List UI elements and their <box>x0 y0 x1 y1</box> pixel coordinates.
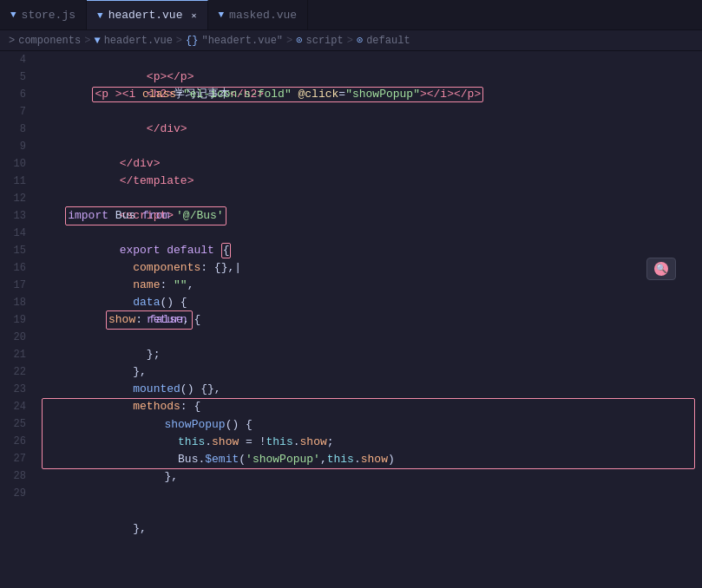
tab-headert-icon: ▼ <box>97 10 103 21</box>
ln-14: 14 <box>5 225 26 242</box>
code-line-14: export default { <box>38 225 702 242</box>
bc-components[interactable]: components <box>18 35 81 47</box>
line-numbers: 4 5 6 7 8 9 10 11 12 13 14 15 16 17 18 1… <box>0 51 35 586</box>
tab-store[interactable]: ▼ store.js <box>0 0 87 29</box>
ln-28: 28 <box>5 467 26 485</box>
ln-7: 7 <box>5 103 26 121</box>
ln-27: 27 <box>5 450 26 467</box>
bc-default[interactable]: default <box>366 35 410 47</box>
ln-24: 24 <box>5 398 26 415</box>
bc-headert-str[interactable]: "headert.vue" <box>201 35 283 47</box>
bc-headert[interactable]: headert.vue <box>104 35 173 47</box>
bc-braces-icon: {} <box>186 35 198 47</box>
code-line-28: }, <box>38 503 702 520</box>
code-line-9: </div> <box>38 138 702 155</box>
code-area[interactable]: <p></p> <h2>学习记事本</h2> <p ><i class="el-… <box>35 51 702 538</box>
ln-12: 12 <box>5 190 26 207</box>
ln-19: 19 <box>5 311 26 329</box>
search-widget: 🔍 <box>646 258 676 280</box>
ln-11: 11 <box>5 173 26 190</box>
breadcrumb: > components > ▼ headert.vue > {} "heade… <box>0 30 702 51</box>
tab-masked-icon: ▼ <box>219 10 225 20</box>
ln-20: 20 <box>5 329 26 346</box>
bc-sep4: > <box>347 35 353 47</box>
code-line-6: <p ><i class="el-icon-s-fold" @click="sh… <box>38 86 702 103</box>
bc-sep1: > <box>84 35 90 47</box>
code-line-12: <script> <box>38 190 702 207</box>
ln-26: 26 <box>5 433 26 450</box>
bc-headert-icon: ▼ <box>94 35 100 47</box>
code-line-4: <p></p> <box>38 51 702 69</box>
code-container: <p></p> <h2>学习记事本</h2> <p ><i class="el-… <box>35 51 702 586</box>
ln-22: 22 <box>5 363 26 381</box>
ln-15: 15 <box>5 242 26 259</box>
tab-bar: ▼ store.js ▼ headert.vue ✕ ▼ masked.vue <box>0 0 702 30</box>
ln-25: 25 <box>5 415 26 433</box>
tab-store-label: store.js <box>22 9 75 22</box>
ln-18: 18 <box>5 294 26 311</box>
code-line-7: </div> <box>38 103 702 121</box>
ln-16: 16 <box>5 259 26 277</box>
bc-circle-icon1: ⊙ <box>296 34 302 47</box>
bc-sep2: > <box>176 35 182 47</box>
ln-23: 23 <box>5 381 26 398</box>
search-icon: 🔍 <box>654 262 668 276</box>
tab-headert-label: headert.vue <box>108 9 183 22</box>
ln-4: 4 <box>5 51 26 69</box>
ln-9: 9 <box>5 138 26 155</box>
bc-sep3: > <box>286 35 292 47</box>
tab-masked-label: masked.vue <box>229 9 297 22</box>
ln-5: 5 <box>5 69 26 86</box>
ln-21: 21 <box>5 346 26 363</box>
code-line-20: }; <box>38 329 702 346</box>
methods-box: showPopup() { this.show = !this.show; Bu… <box>42 398 695 469</box>
bc-circle-icon2: ⊙ <box>357 34 363 47</box>
editor: 4 5 6 7 8 9 10 11 12 13 14 15 16 17 18 1… <box>0 51 702 586</box>
code-line-24: showPopup() { <box>43 399 694 416</box>
code-line-19: show: false, <box>38 311 702 329</box>
tab-headert-close[interactable]: ✕ <box>191 10 196 21</box>
bc-chevron: > <box>9 35 15 47</box>
tab-headert[interactable]: ▼ headert.vue ✕ <box>87 0 207 29</box>
ln-29: 29 <box>5 485 26 502</box>
ln-6: 6 <box>5 86 26 103</box>
ln-8: 8 <box>5 121 26 138</box>
ln-13: 13 <box>5 207 26 225</box>
tab-store-icon: ▼ <box>10 10 16 20</box>
ln-10: 10 <box>5 155 26 173</box>
tab-masked[interactable]: ▼ masked.vue <box>208 0 309 29</box>
code-line-13: import Bus from '@/Bus' <box>38 207 702 225</box>
ln-17: 17 <box>5 277 26 294</box>
bc-script[interactable]: script <box>306 35 344 47</box>
